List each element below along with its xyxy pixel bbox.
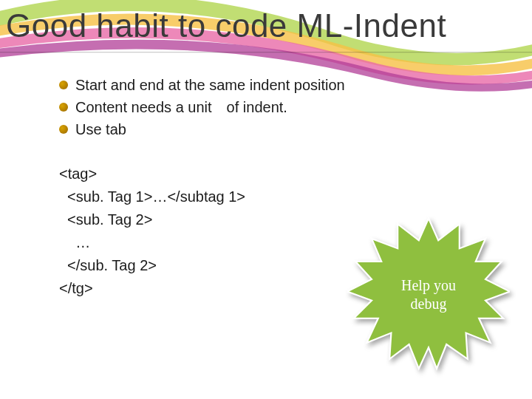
slide-title: Good habit to code ML-Indent — [6, 7, 446, 44]
code-line: <tag> — [59, 166, 97, 182]
bullet-list: Start and end at the same indent positio… — [59, 74, 473, 140]
code-line: <sub. Tag 1>…</subtag 1> — [59, 188, 245, 205]
code-line: … — [59, 234, 90, 250]
bullet-item: Start and end at the same indent positio… — [59, 74, 473, 96]
burst-line-1: Help you — [401, 277, 456, 293]
code-line: <sub. Tag 2> — [59, 211, 152, 228]
callout-burst: Help you debug — [347, 214, 510, 377]
burst-text: Help you debug — [347, 276, 510, 313]
bullet-item: Use tab — [59, 118, 473, 140]
bullet-item: Content needs a unit of indent. — [59, 96, 473, 118]
title-underline — [0, 52, 532, 53]
code-line: </sub. Tag 2> — [59, 257, 157, 273]
code-line: </tg> — [59, 280, 93, 296]
burst-line-2: debug — [411, 296, 447, 312]
